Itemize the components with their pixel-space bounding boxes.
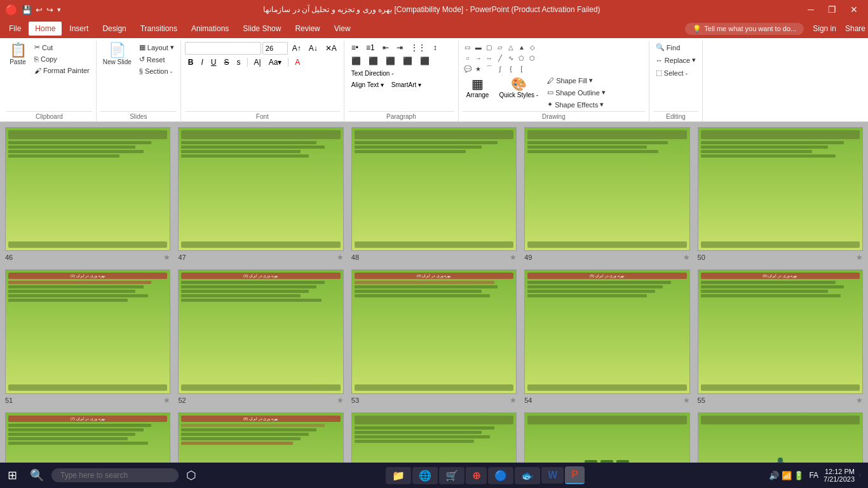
restore-button[interactable]: ❐ <box>823 3 841 16</box>
slide-thumbnail-55[interactable]: بهره وری در ایران (6) <box>698 269 863 393</box>
shape-callout[interactable]: 💬 <box>463 64 473 74</box>
slide-thumbnail-52[interactable]: بهره وری در ایران (3) <box>178 269 343 393</box>
menu-home[interactable]: Home <box>29 22 62 36</box>
list-item[interactable]: بهره وری در ایران (5) 54 ★ <box>524 269 689 404</box>
slide-thumbnail-46[interactable] <box>5 127 170 251</box>
list-item[interactable]: بهره وری در ایران (6) 55 ★ <box>698 269 863 404</box>
menu-design[interactable]: Design <box>96 22 132 36</box>
menu-review[interactable]: Review <box>288 22 326 36</box>
minimize-button[interactable]: ─ <box>803 3 819 16</box>
align-text-button[interactable]: Align Text ▾ <box>348 80 387 90</box>
shape-star[interactable]: ★ <box>473 64 484 74</box>
change-case-button[interactable]: Aa▾ <box>266 57 285 68</box>
format-painter-button[interactable]: 🖌 Format Painter <box>32 65 92 76</box>
copy-button[interactable]: ⎘ Copy <box>32 54 92 64</box>
font-color-button[interactable]: A <box>292 57 303 68</box>
shape-bracket[interactable]: [ <box>517 64 527 74</box>
list-item[interactable]: 46 ★ <box>5 127 170 262</box>
underline-button[interactable]: U <box>208 57 220 68</box>
menu-slideshow[interactable]: Slide Show <box>236 22 287 36</box>
replace-button[interactable]: ↔ Replace ▾ <box>653 55 698 65</box>
numbering-button[interactable]: ≡1 <box>363 42 378 53</box>
list-item[interactable]: بهره وری در ایران (4) 53 ★ <box>351 269 517 404</box>
slide-thumbnail-50[interactable] <box>698 127 863 251</box>
clear-formatting[interactable]: ✕A <box>322 43 340 54</box>
new-slide-button[interactable]: 📄 New Slide <box>100 42 134 67</box>
increase-font-size[interactable]: A↑ <box>289 43 304 54</box>
slide-thumbnail-48[interactable] <box>351 127 517 251</box>
layout-button[interactable]: ▦ Layout ▾ <box>137 42 177 53</box>
quick-styles-button[interactable]: 🎨 Quick Styles - <box>495 75 542 100</box>
justify[interactable]: ⬛ <box>400 55 416 67</box>
align-center[interactable]: ⬛ <box>365 55 381 67</box>
quick-access-undo[interactable]: ↩ <box>36 5 43 15</box>
menu-transitions[interactable]: Transitions <box>134 22 184 36</box>
list-item[interactable]: 47 ★ <box>178 127 343 262</box>
taskbar-search-input[interactable] <box>51 468 179 482</box>
slides-panel[interactable]: 46 ★ <box>0 122 868 484</box>
shape-rect2[interactable]: ▬ <box>473 42 484 52</box>
menu-animations[interactable]: Animations <box>185 22 235 36</box>
char-spacing-button[interactable]: A| <box>251 57 264 68</box>
font-name-input[interactable] <box>185 42 261 55</box>
shape-rect[interactable]: ▭ <box>463 42 473 52</box>
shape-outline-button[interactable]: ▭ Shape Outline ▾ <box>545 87 608 98</box>
section-button[interactable]: § Section - <box>137 66 177 76</box>
slide-thumbnail-49[interactable] <box>524 127 689 251</box>
shape-more1[interactable]: ⌒ <box>484 64 494 74</box>
slide-thumbnail-53[interactable]: بهره وری در ایران (4) <box>351 269 517 393</box>
shape-brace[interactable]: { <box>506 64 516 74</box>
shape-hex[interactable]: ⬡ <box>527 53 538 63</box>
shape-pentagon[interactable]: ⬠ <box>517 53 527 63</box>
list-item[interactable]: بهره وری در ایران (2) 51 ★ <box>5 269 170 404</box>
text-direction-button[interactable]: Text Direction - <box>348 69 397 78</box>
menu-view[interactable]: View <box>328 22 357 36</box>
slide-thumbnail-51[interactable]: بهره وری در ایران (2) <box>5 269 170 393</box>
line-spacing-button[interactable]: ↕ <box>430 42 440 53</box>
taskbar-file-explorer[interactable]: 📁 <box>386 467 411 484</box>
taskbar-chrome[interactable]: ⊕ <box>466 467 487 484</box>
decrease-indent[interactable]: ⇤ <box>379 42 392 53</box>
menu-file[interactable]: File <box>3 22 27 36</box>
shape-tri1[interactable]: △ <box>506 42 516 52</box>
shape-more2[interactable]: ∫ <box>495 64 505 74</box>
find-button[interactable]: 🔍 Find <box>653 42 682 53</box>
list-item[interactable]: 48 ★ <box>351 127 517 262</box>
font-size-input[interactable] <box>262 42 288 55</box>
taskbar-app6[interactable]: 🐟 <box>515 467 540 484</box>
quick-access-save[interactable]: 💾 <box>22 5 32 15</box>
tell-me-bar[interactable]: 💡 Tell me what you want to do... <box>685 23 804 35</box>
shape-arrow2[interactable]: ↔ <box>484 53 494 63</box>
taskbar-app5[interactable]: 🔵 <box>488 467 513 484</box>
shape-tri2[interactable]: ▲ <box>517 42 527 52</box>
cols-button[interactable]: ⋮⋮ <box>407 42 429 53</box>
shape-arrow[interactable]: → <box>473 53 484 63</box>
reset-button[interactable]: ↺ Reset <box>137 54 177 65</box>
convert-smartart-button[interactable]: SmartArt ▾ <box>388 80 424 90</box>
taskbar-word[interactable]: W <box>541 467 564 484</box>
shadow-button[interactable]: s <box>234 57 244 68</box>
shape-parallelogram[interactable]: ▱ <box>495 42 505 52</box>
taskbar-store[interactable]: 🛒 <box>439 467 465 484</box>
shape-line[interactable]: ╱ <box>495 53 505 63</box>
slide-thumbnail-47[interactable] <box>178 127 343 251</box>
arrange-button[interactable]: ▦ Arrange <box>463 75 493 100</box>
close-button[interactable]: ✕ <box>845 3 863 16</box>
justify-low[interactable]: ⬛ <box>417 55 433 67</box>
decrease-font-size[interactable]: A↓ <box>306 43 321 54</box>
paste-button[interactable]: 📋 Paste <box>6 42 29 67</box>
shape-curve[interactable]: ∿ <box>506 53 516 63</box>
bullets-button[interactable]: ≡• <box>348 42 362 53</box>
shape-effects-button[interactable]: ✦ Shape Effects ▾ <box>545 99 608 110</box>
show-desktop-btn[interactable] <box>860 474 865 477</box>
language-indicator[interactable]: FA <box>809 471 818 480</box>
shape-fill-button[interactable]: 🖊 Shape Fill ▾ <box>545 75 608 86</box>
start-button[interactable]: ⊞ <box>3 466 22 485</box>
align-right[interactable]: ⬛ <box>383 55 398 67</box>
time-display[interactable]: 12:12 PM 7/21/2023 <box>824 468 855 483</box>
strikethrough-button[interactable]: S <box>221 57 233 68</box>
cut-button[interactable]: ✂ Cut <box>32 42 92 53</box>
quick-access-redo[interactable]: ↪ <box>46 5 53 15</box>
task-view-button[interactable]: ⬡ <box>181 466 201 485</box>
taskbar-powerpoint[interactable]: P <box>565 466 585 484</box>
